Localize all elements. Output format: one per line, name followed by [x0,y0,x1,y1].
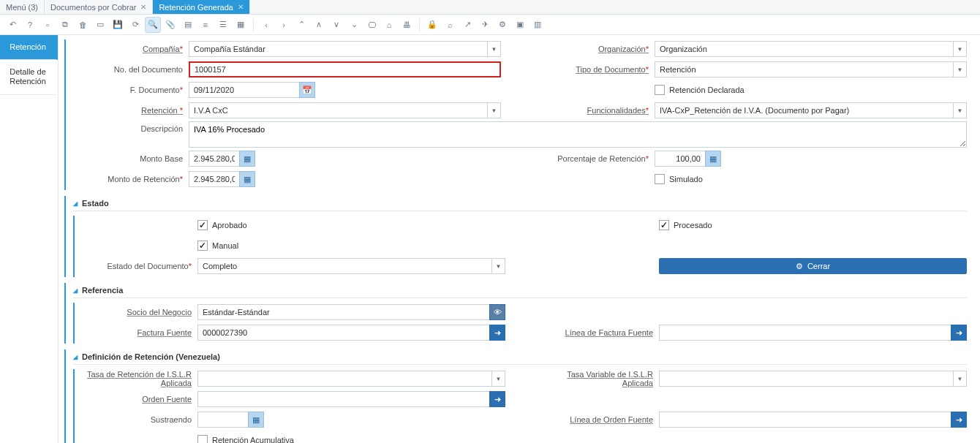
sustraendo-field[interactable] [197,412,249,428]
checkbox-icon [197,435,208,443]
aprobado-checkbox[interactable]: Aprobado [197,220,247,230]
link-icon[interactable]: ➜ [951,412,967,428]
delete-icon[interactable]: 🗑 [75,17,91,33]
estado-doc-field[interactable] [197,258,492,274]
tasa-field[interactable] [197,371,492,387]
down-icon[interactable]: ∨ [328,17,344,33]
up-icon[interactable]: ∧ [311,17,327,33]
socio-field[interactable] [197,304,490,320]
factura-fuente-field[interactable] [197,325,490,341]
save-icon[interactable]: 💾 [110,17,126,33]
funcionalidades-field[interactable] [655,102,954,118]
monto-retencion-field[interactable] [189,171,240,187]
zoom-icon[interactable]: ⌕ [442,17,458,33]
undo-icon[interactable]: ↶ [4,17,20,33]
rows-icon[interactable]: ≡ [197,17,214,33]
tasa-var-field[interactable] [659,371,954,387]
close-icon[interactable]: ✕ [140,3,146,11]
label-monto-base: Monto Base [64,154,189,163]
layout-icon[interactable]: ▦ [233,17,249,33]
refresh-icon[interactable]: ⟳ [127,17,143,33]
cerrar-button[interactable]: ⚙ Cerrar [659,258,967,274]
attach-icon[interactable]: 📎 [162,17,178,33]
next-icon[interactable]: › [276,17,292,33]
side-tab-retencion[interactable]: Retención [0,35,58,60]
procesado-checkbox[interactable]: Procesado [659,220,712,230]
tab-retencion-generada[interactable]: Retención Generada ✕ [153,0,250,14]
f-documento-field[interactable] [189,82,300,98]
eye-icon[interactable]: 👁 [489,304,505,320]
side-tab-detalle-retencion[interactable]: Detalle de Retención [0,60,58,94]
orden-fuente-field[interactable] [197,391,490,407]
new-icon[interactable]: ▫ [39,17,56,33]
archive-icon[interactable]: ⌂ [381,17,397,33]
label-sustraendo: Sustraendo [73,415,197,424]
chevron-down-icon[interactable]: ▼ [954,61,967,77]
chevron-down-icon[interactable]: ▼ [954,41,967,57]
label-funcionalidades: Funcionalidades* [530,106,655,115]
label-linea-orden-fuente: Línea de Orden Fuente [535,415,659,424]
retencion-field[interactable] [189,102,488,118]
lock-icon[interactable]: 🔒 [424,17,440,33]
tab-menu[interactable]: Menú (3) [0,0,45,14]
linea-factura-fuente-field[interactable] [659,325,951,341]
checkbox-icon [197,241,208,251]
section-title: Definición de Retención (Venezuela) [82,352,220,361]
switch-icon[interactable]: ☰ [215,17,231,33]
collapse-icon[interactable]: ◢ [73,354,78,360]
monto-base-field[interactable] [189,151,240,167]
search-icon[interactable]: 🔍 [145,17,161,33]
calc-icon[interactable]: ▦ [248,412,264,428]
organizacion-field[interactable] [655,41,954,57]
collapse-icon[interactable]: ◢ [73,287,78,294]
button-label: Cerrar [807,262,830,270]
tab-label: Documentos por Cobrar [50,3,136,12]
chevron-down-icon[interactable]: ▼ [488,102,501,118]
linea-orden-fuente-field[interactable] [659,412,951,428]
last-icon[interactable]: ⌄ [346,17,362,33]
link-icon[interactable]: ➜ [951,325,967,341]
calendar-icon[interactable]: 📅 [299,82,315,98]
prev-icon[interactable]: ‹ [258,17,274,33]
report-icon[interactable]: 🖵 [363,17,380,33]
checkbox-label: Simulado [669,175,703,183]
simulado-checkbox[interactable]: Simulado [655,174,703,184]
label-porcentaje: Porcentaje de Retención* [530,154,655,163]
checkbox-icon [197,220,208,230]
checkbox-label: Retención Acumulativa [212,436,294,443]
no-documento-field[interactable] [189,61,501,77]
calc-icon[interactable]: ▦ [239,151,255,167]
retencion-declarada-checkbox[interactable]: Retención Declarada [655,85,745,95]
tab-documentos-por-cobrar[interactable]: Documentos por Cobrar ✕ [45,0,153,14]
print-icon[interactable]: 🖶 [399,17,415,33]
workflow-icon[interactable]: ↗ [459,17,475,33]
chevron-down-icon[interactable]: ▼ [488,41,501,57]
help-icon[interactable]: ? [22,17,38,33]
chevron-down-icon[interactable]: ▼ [492,371,505,387]
descripcion-field[interactable] [189,121,967,148]
chevron-down-icon[interactable]: ▼ [954,102,967,118]
gear-icon[interactable]: ⚙ [494,17,510,33]
calc-icon[interactable]: ▦ [705,151,721,167]
link-icon[interactable]: ➜ [489,391,505,407]
link-icon[interactable]: ➜ [489,325,505,341]
label-retencion: Retención * [64,106,189,115]
first-icon[interactable]: ⌃ [293,17,309,33]
close-icon[interactable]: ✕ [238,3,244,11]
tipo-documento-field[interactable] [655,61,954,77]
checkbox-label: Retención Declarada [669,86,745,94]
calc-icon[interactable]: ▦ [239,171,255,187]
send-icon[interactable]: ✈ [477,17,493,33]
chevron-down-icon[interactable]: ▼ [492,258,505,274]
info-icon[interactable]: ▣ [512,17,528,33]
porcentaje-field[interactable] [655,151,706,167]
copy-icon[interactable]: ⧉ [57,17,73,33]
erase-icon[interactable]: ▭ [92,17,108,33]
ret-acumulativa-checkbox[interactable]: Retención Acumulativa [197,435,294,443]
grid-icon[interactable]: ▤ [180,17,196,33]
manual-checkbox[interactable]: Manual [197,241,238,251]
compania-field[interactable] [189,41,488,57]
panel-icon[interactable]: ▥ [529,17,546,33]
collapse-icon[interactable]: ◢ [73,200,78,207]
chevron-down-icon[interactable]: ▼ [954,371,967,387]
